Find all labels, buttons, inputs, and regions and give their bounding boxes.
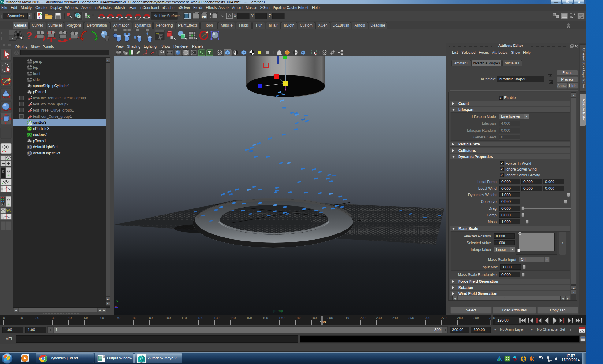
svg-text:Y:: Y: xyxy=(251,14,255,18)
svg-text:X:: X: xyxy=(234,14,237,18)
svg-text:persp: persp xyxy=(273,308,283,313)
svg-text:x: x xyxy=(115,305,117,309)
svg-text:T: T xyxy=(208,50,211,55)
svg-text:No Live Surface: No Live Surface xyxy=(154,14,180,18)
svg-text:y: y xyxy=(116,299,118,303)
svg-text:Z:: Z: xyxy=(269,14,272,18)
svg-text:?: ? xyxy=(26,30,32,41)
svg-text:MAYA: MAYA xyxy=(140,362,144,363)
svg-text:IPR: IPR xyxy=(202,16,206,18)
